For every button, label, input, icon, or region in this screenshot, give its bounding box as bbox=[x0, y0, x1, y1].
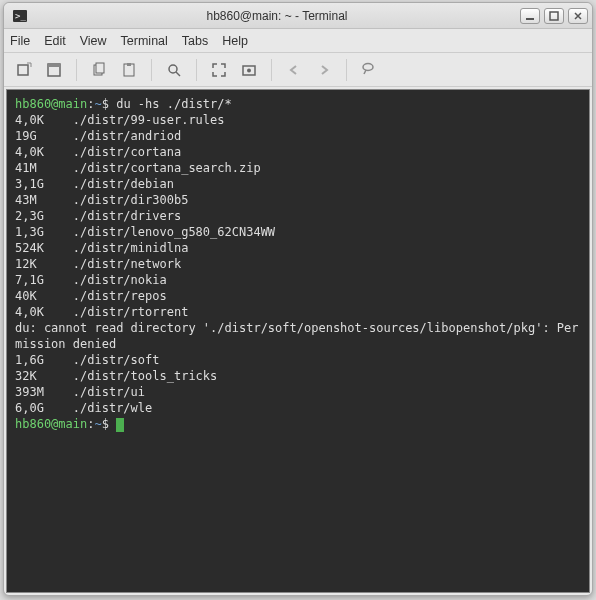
minimize-button[interactable] bbox=[520, 8, 540, 24]
svg-rect-4 bbox=[18, 65, 28, 75]
terminal-app-icon: >_ bbox=[12, 8, 28, 24]
terminal-viewport[interactable]: hb860@main:~$ du -hs ./distr/*4,0K ./dis… bbox=[6, 89, 590, 593]
output-line: 6,0G ./distr/wle bbox=[15, 400, 581, 416]
menu-view[interactable]: View bbox=[80, 34, 107, 48]
new-tab-button[interactable] bbox=[10, 57, 38, 83]
window-title: hb860@main: ~ - Terminal bbox=[34, 9, 520, 23]
output-line: 19G ./distr/andriod bbox=[15, 128, 581, 144]
toolbar-separator bbox=[76, 59, 77, 81]
menu-file[interactable]: File bbox=[10, 34, 30, 48]
prompt-line: hb860@main:~$ du -hs ./distr/* bbox=[15, 96, 581, 112]
output-line: 1,6G ./distr/soft bbox=[15, 352, 581, 368]
toolbar-separator bbox=[196, 59, 197, 81]
output-line: 393M ./distr/ui bbox=[15, 384, 581, 400]
command-text: du -hs ./distr/* bbox=[116, 97, 232, 111]
output-line: 2,3G ./distr/drivers bbox=[15, 208, 581, 224]
output-line: 4,0K ./distr/rtorrent bbox=[15, 304, 581, 320]
prev-tab-button[interactable] bbox=[280, 57, 308, 83]
svg-rect-2 bbox=[526, 18, 534, 20]
menu-edit[interactable]: Edit bbox=[44, 34, 66, 48]
output-line: 3,1G ./distr/debian bbox=[15, 176, 581, 192]
output-line: 32K ./distr/tools_tricks bbox=[15, 368, 581, 384]
svg-point-14 bbox=[363, 63, 373, 70]
output-line: 40K ./distr/repos bbox=[15, 288, 581, 304]
output-line: 4,0K ./distr/cortana bbox=[15, 144, 581, 160]
menubar: File Edit View Terminal Tabs Help bbox=[4, 29, 592, 53]
svg-text:>_: >_ bbox=[15, 11, 26, 21]
fullscreen-button[interactable] bbox=[205, 57, 233, 83]
svg-point-13 bbox=[247, 68, 251, 72]
paste-button[interactable] bbox=[115, 57, 143, 83]
menu-tabs[interactable]: Tabs bbox=[182, 34, 208, 48]
preferences-button[interactable] bbox=[235, 57, 263, 83]
output-line: 7,1G ./distr/nokia bbox=[15, 272, 581, 288]
output-line: 41M ./distr/cortana_search.zip bbox=[15, 160, 581, 176]
toolbar-separator bbox=[346, 59, 347, 81]
output-line: 12K ./distr/network bbox=[15, 256, 581, 272]
cursor bbox=[116, 418, 124, 432]
svg-rect-10 bbox=[127, 63, 131, 66]
toolbar bbox=[4, 53, 592, 87]
terminal-window: >_ hb860@main: ~ - Terminal File Edit Vi… bbox=[3, 2, 593, 596]
search-button[interactable] bbox=[160, 57, 188, 83]
svg-rect-8 bbox=[96, 63, 104, 73]
new-window-button[interactable] bbox=[40, 57, 68, 83]
svg-rect-6 bbox=[48, 64, 60, 67]
menu-terminal[interactable]: Terminal bbox=[121, 34, 168, 48]
output-line: 1,3G ./distr/lenovo_g580_62CN34WW bbox=[15, 224, 581, 240]
error-line: du: cannot read directory './distr/soft/… bbox=[15, 320, 581, 352]
set-title-button[interactable] bbox=[355, 57, 383, 83]
svg-rect-3 bbox=[550, 12, 558, 20]
next-tab-button[interactable] bbox=[310, 57, 338, 83]
output-line: 4,0K ./distr/99-user.rules bbox=[15, 112, 581, 128]
prompt-line: hb860@main:~$ bbox=[15, 416, 581, 432]
maximize-button[interactable] bbox=[544, 8, 564, 24]
output-line: 524K ./distr/minidlna bbox=[15, 240, 581, 256]
menu-help[interactable]: Help bbox=[222, 34, 248, 48]
toolbar-separator bbox=[271, 59, 272, 81]
copy-button[interactable] bbox=[85, 57, 113, 83]
window-controls bbox=[520, 8, 588, 24]
titlebar: >_ hb860@main: ~ - Terminal bbox=[4, 3, 592, 29]
toolbar-separator bbox=[151, 59, 152, 81]
svg-point-11 bbox=[169, 65, 177, 73]
output-line: 43M ./distr/dir300b5 bbox=[15, 192, 581, 208]
close-button[interactable] bbox=[568, 8, 588, 24]
